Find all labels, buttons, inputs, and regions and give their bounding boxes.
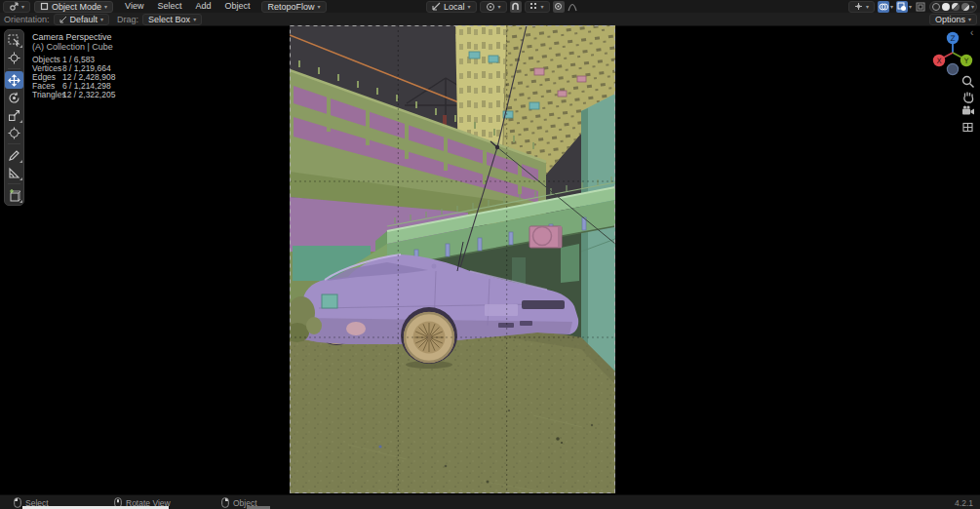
snap-increment-icon: [530, 3, 538, 11]
orientation-icon: [59, 16, 67, 23]
perspective-toggle-button[interactable]: [961, 120, 975, 134]
chevron-down-icon: ▾: [909, 4, 912, 10]
chevron-down-icon: ▾: [193, 17, 196, 22]
mode-selector-label: Object Mode: [52, 2, 101, 12]
shading-mode-group: ▾: [929, 1, 977, 13]
orientation-axis-icon: [432, 2, 441, 11]
menu-view[interactable]: View: [118, 0, 150, 13]
shading-solid-button[interactable]: [942, 3, 950, 11]
proportional-falloff-icon[interactable]: [568, 2, 577, 12]
proportional-editing-icon: [554, 2, 563, 11]
snap-toggle[interactable]: [510, 1, 522, 13]
overlays-icon: [879, 2, 888, 12]
chevron-down-icon: ▾: [866, 4, 869, 10]
retopoflow-label: RetopoFlow: [267, 2, 314, 12]
mode-selector[interactable]: Object Mode ▾: [34, 1, 113, 13]
viewport-editor-icon: [9, 2, 19, 12]
drag-value: Select Box: [148, 15, 190, 24]
chevron-down-icon: ▾: [468, 4, 471, 10]
tool-settings-bar: Orientation: Default ▾ Drag: Select Box …: [0, 13, 980, 26]
proportional-editing-toggle[interactable]: [553, 1, 565, 13]
tool-rotate[interactable]: [5, 89, 23, 106]
menu-select[interactable]: Select: [150, 0, 188, 13]
chevron-down-icon: ▾: [890, 4, 893, 10]
chevron-down-icon: ▾: [104, 4, 107, 10]
show-gizmo-dropdown[interactable]: ▾: [848, 1, 875, 13]
orientation-value: Default: [70, 15, 98, 24]
menu-bar: ▾ Object Mode ▾ View Select Add Object R…: [0, 0, 980, 13]
show-overlays-toggle[interactable]: [878, 1, 889, 13]
chevron-down-icon: ▾: [100, 17, 103, 22]
pivot-point-icon: [486, 2, 495, 12]
tool-move[interactable]: [5, 71, 23, 89]
render-preview-toggle[interactable]: [915, 1, 926, 13]
menu-add[interactable]: Add: [188, 0, 217, 13]
tool-scale[interactable]: [5, 106, 23, 124]
view-name: Camera Perspective: [32, 32, 113, 42]
tool-measure[interactable]: [5, 164, 23, 181]
axis-negative-handle[interactable]: [947, 63, 958, 74]
xray-icon: [897, 2, 907, 12]
chevron-down-icon: ▾: [541, 4, 544, 10]
active-collection: (A) Collection | Cube: [32, 42, 113, 52]
tool-add-primitive[interactable]: [5, 186, 23, 204]
object-mode-icon: [40, 2, 49, 11]
toggle-xray[interactable]: [896, 1, 908, 13]
gizmo-icon: [854, 2, 863, 11]
chevron-down-icon: ▾: [968, 17, 971, 22]
navigation-gizmo[interactable]: Z X Y: [928, 26, 979, 77]
options-label: Options: [935, 15, 965, 24]
editor-type-button[interactable]: ▾: [3, 1, 30, 13]
tool-cursor[interactable]: [5, 49, 23, 66]
svg-text:Z: Z: [950, 34, 955, 43]
chevron-down-icon: ▾: [318, 4, 321, 10]
menu-object[interactable]: Object: [217, 0, 256, 13]
chevron-down-icon: ▾: [971, 4, 974, 10]
tool-select-box[interactable]: [5, 31, 23, 49]
viewport-display-cluster: ▾ ▾ ▾ ▾: [848, 0, 977, 13]
chevron-down-icon: ▾: [498, 4, 501, 10]
transform-orientation-value: Local: [444, 2, 465, 12]
shading-rendered-button[interactable]: [961, 3, 969, 11]
status-bar: Select Rotate View Object 4.2.1: [0, 494, 980, 509]
svg-text:Y: Y: [963, 57, 969, 65]
tool-transform[interactable]: [5, 124, 23, 141]
orientation-label: Orientation:: [4, 15, 50, 24]
menu-retopoflow[interactable]: RetopoFlow ▾: [261, 1, 326, 13]
render-region-icon: [916, 2, 925, 12]
teal-wall[interactable]: [581, 94, 615, 374]
transform-orientation-dropdown[interactable]: Local ▾: [426, 1, 477, 13]
options-button[interactable]: Options ▾: [929, 14, 977, 25]
drag-dropdown[interactable]: Select Box ▾: [142, 14, 202, 25]
viewport-info: Camera Perspective (A) Collection | Cube: [32, 32, 113, 52]
pan-button[interactable]: [961, 90, 975, 103]
mouse-right-icon: [221, 497, 229, 508]
pink-panel[interactable]: [529, 226, 562, 248]
tool-annotate[interactable]: [5, 146, 23, 164]
transform-cluster: Local ▾ ▾ ▾: [426, 0, 577, 13]
pivot-point-dropdown[interactable]: ▾: [480, 1, 507, 13]
orientation-dropdown[interactable]: Default ▾: [54, 14, 110, 25]
viewport-scene[interactable]: [290, 25, 615, 493]
drag-label: Drag:: [117, 15, 138, 24]
blender-window: ▾ Object Mode ▾ View Select Add Object R…: [0, 0, 980, 509]
snap-settings-dropdown[interactable]: ▾: [525, 1, 550, 13]
shading-material-button[interactable]: [952, 3, 960, 11]
chevron-down-icon: ▾: [21, 4, 24, 10]
version-label: 4.2.1: [955, 495, 973, 509]
magnet-icon: [511, 2, 520, 11]
shading-wireframe-button[interactable]: [932, 3, 940, 11]
scene-statistics: Objects1 / 6,583 Vertices8 / 1,219,664 E…: [32, 56, 115, 99]
viewport-toolbar: [4, 29, 24, 206]
camera-view-button[interactable]: [961, 104, 975, 118]
mouse-left-icon: [14, 497, 21, 508]
zoom-button[interactable]: [961, 75, 975, 89]
svg-text:X: X: [936, 57, 941, 65]
